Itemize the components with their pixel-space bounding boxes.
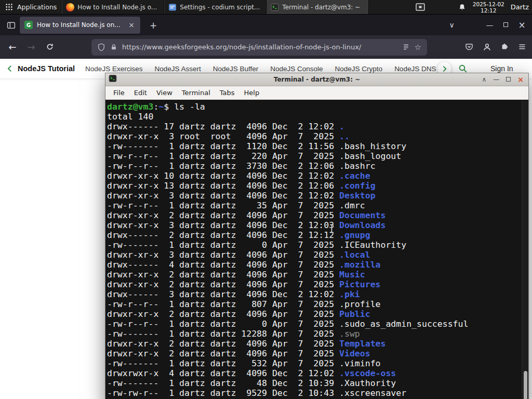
extensions-puzzle-icon[interactable] bbox=[496, 38, 513, 55]
minimize-button[interactable]: — bbox=[493, 76, 499, 83]
applications-icon bbox=[5, 3, 14, 11]
terminal-output-line: drwxr-xr-x 3 dartz dartz 4096 Dec 2 12:0… bbox=[107, 220, 522, 230]
file-meta: drwxrwxr-x 4 dartz dartz 4096 Dec 2 12:0… bbox=[107, 368, 339, 378]
file-name: .mozilla bbox=[339, 260, 380, 270]
taskbar-item-settings[interactable]: Settings - codium script... bbox=[164, 0, 267, 14]
terminal-output-line: drwx------ 3 dartz dartz 4096 Dec 2 12:0… bbox=[107, 289, 522, 299]
panel-user-label[interactable]: Dartz bbox=[511, 3, 529, 11]
terminal-output-line: -rw-r--r-- 1 dartz dartz 807 Apr 7 2025 … bbox=[107, 299, 522, 309]
browser-tab-active[interactable]: G How to Install Node.js on... × bbox=[20, 17, 140, 34]
file-name: Videos bbox=[339, 349, 370, 358]
back-button[interactable]: ← bbox=[4, 38, 21, 55]
browser-nav-toolbar: ← → https://www.geeksforgeeks.org/node-j… bbox=[0, 35, 532, 59]
terminal-output-line: drwx------ 2 dartz dartz 4096 Dec 2 12:1… bbox=[107, 230, 522, 240]
file-name: .pki bbox=[339, 289, 360, 299]
firefox-view-icon bbox=[7, 21, 16, 30]
site-nav-link[interactable]: NodeJS Console bbox=[270, 65, 323, 73]
tab-title: How to Install Node.js on... bbox=[37, 21, 123, 29]
scrollbar-thumb[interactable] bbox=[524, 371, 527, 399]
terminal-output-line: drwxr-xr-x 2 dartz dartz 4096 Apr 7 2025… bbox=[107, 210, 522, 220]
list-all-tabs-button[interactable]: ∨ bbox=[444, 17, 460, 32]
site-nav-link[interactable]: NodeJS Assert bbox=[154, 65, 201, 73]
taskbar-item-label: How to Install Node.js o... bbox=[77, 4, 157, 11]
systray-window-icon[interactable] bbox=[415, 3, 426, 12]
terminal-menu-item[interactable]: Tabs bbox=[215, 89, 240, 97]
terminal-output-line: -rw-r--r-- 1 dartz dartz 35 Apr 7 2025 .… bbox=[107, 201, 522, 210]
pocket-icon[interactable] bbox=[460, 38, 478, 55]
notifications-bell-icon[interactable] bbox=[458, 3, 467, 11]
terminal-window: Terminal - dartz@vm3: ~ ∧ — × FileEditVi… bbox=[105, 73, 529, 399]
clock-time: 12:12 bbox=[481, 7, 496, 14]
file-meta: -rw------- 1 dartz dartz 48 Dec 2 10:39 bbox=[107, 378, 339, 388]
nav-scroll-left-icon[interactable] bbox=[6, 65, 14, 72]
file-meta: drwxr-xr-x 2 dartz dartz 4096 Apr 7 2025 bbox=[107, 309, 339, 319]
terminal-output-line: drwxr-xr-x 3 dartz dartz 4096 Apr 7 2025… bbox=[107, 250, 522, 260]
terminal-menu-item[interactable]: View bbox=[152, 89, 177, 97]
firefox-icon bbox=[66, 3, 74, 11]
file-name: .dmrc bbox=[339, 201, 365, 210]
lock-icon[interactable] bbox=[110, 43, 117, 51]
site-nav-link[interactable]: NodeJS Buffer bbox=[213, 65, 259, 73]
reader-mode-icon[interactable] bbox=[402, 43, 410, 51]
close-button[interactable]: × bbox=[517, 75, 524, 84]
file-meta: -rw-r--r-- 1 dartz dartz 0 Apr 7 2025 bbox=[107, 319, 339, 329]
close-button[interactable]: × bbox=[514, 17, 530, 32]
settings-window-icon bbox=[168, 3, 177, 11]
terminal-output-line: -rw-r--r-- 1 dartz dartz 3730 Dec 2 12:0… bbox=[107, 161, 522, 171]
terminal-output[interactable]: dartz@vm3:~$ ls -la total 140 drwx------… bbox=[105, 101, 522, 399]
file-name: .Xauthority bbox=[339, 378, 396, 388]
file-name: .config bbox=[339, 181, 376, 191]
taskbar-item-browser[interactable]: How to Install Node.js o... bbox=[62, 0, 164, 14]
applications-label: Applications bbox=[17, 3, 57, 11]
shade-button[interactable]: ∧ bbox=[482, 76, 486, 83]
firefox-view-button[interactable] bbox=[4, 18, 18, 32]
file-name: .profile bbox=[339, 299, 380, 309]
tracking-shield-icon[interactable] bbox=[97, 43, 105, 51]
terminal-menu-item[interactable]: Edit bbox=[129, 89, 152, 97]
applications-menu-button[interactable]: Applications bbox=[0, 0, 62, 14]
top-panel: Applications How to Install Node.js o...… bbox=[0, 0, 532, 15]
mouse-cursor bbox=[329, 224, 335, 235]
site-nav-links: NodeJS ExercisesNodeJS AssertNodeJS Buff… bbox=[85, 65, 450, 73]
terminal-output-line: -rw-rw-r-- 1 dartz dartz 9529 Dec 2 10:4… bbox=[107, 388, 522, 398]
file-meta: -rw------- 1 dartz dartz 1120 Dec 2 11:5… bbox=[107, 141, 339, 151]
menu-hamburger-icon[interactable] bbox=[513, 38, 531, 55]
taskbar-item-terminal[interactable]: Terminal - dartz@vm3: ~ bbox=[267, 0, 369, 14]
browser-tab-bar: G How to Install Node.js on... × + ∨ — × bbox=[0, 15, 532, 35]
file-meta: drwxr-xr-x 2 dartz dartz 4096 Apr 7 2025 bbox=[107, 349, 339, 358]
maximize-button[interactable] bbox=[506, 76, 511, 83]
file-meta: drwxr-xr-x 3 dartz dartz 4096 Dec 2 12:0… bbox=[107, 220, 339, 230]
terminal-output-line: drwxr-xr-x 2 dartz dartz 4096 Apr 7 2025… bbox=[107, 339, 522, 349]
bookmark-star-icon[interactable]: ☆ bbox=[415, 43, 421, 52]
terminal-output-line: drwxr-xr-x 2 dartz dartz 4096 Apr 7 2025… bbox=[107, 309, 522, 319]
minimize-button[interactable]: — bbox=[482, 17, 498, 32]
terminal-output-line: drwxr-xr-x 13 dartz dartz 4096 Dec 2 12:… bbox=[107, 181, 522, 191]
account-icon[interactable] bbox=[478, 38, 496, 55]
forward-button[interactable]: → bbox=[23, 38, 39, 55]
terminal-output-line: -rw------- 1 dartz dartz 12288 Apr 7 202… bbox=[107, 329, 522, 339]
reload-button[interactable] bbox=[42, 38, 58, 55]
url-bar[interactable]: https://www.geeksforgeeks.org/node-js/in… bbox=[91, 39, 427, 56]
file-meta: -rw-r--r-- 1 dartz dartz 3730 Dec 2 12:0… bbox=[107, 161, 339, 171]
terminal-menu-item[interactable]: Terminal bbox=[177, 89, 215, 97]
terminal-menu-item[interactable]: File bbox=[109, 89, 129, 97]
terminal-menu-item[interactable]: Help bbox=[240, 89, 264, 97]
terminal-scrollbar[interactable] bbox=[522, 101, 528, 399]
sign-in-button[interactable]: Sign In bbox=[490, 64, 513, 73]
terminal-output-line: drwx------ 17 dartz dartz 4096 Dec 2 12:… bbox=[107, 122, 522, 131]
terminal-listing: drwx------ 17 dartz dartz 4096 Dec 2 12:… bbox=[107, 122, 522, 398]
new-tab-button[interactable]: + bbox=[147, 19, 160, 32]
site-nav-link[interactable]: NodeJS DNS bbox=[394, 65, 436, 73]
url-text[interactable]: https://www.geeksforgeeks.org/node-js/in… bbox=[122, 43, 397, 51]
file-meta: -rw------- 1 dartz dartz 12288 Apr 7 202… bbox=[107, 329, 339, 339]
maximize-button[interactable] bbox=[498, 17, 514, 32]
site-nav-link[interactable]: NodeJS Exercises bbox=[85, 65, 142, 73]
site-nav-primary-link[interactable]: NodeJS Tutorial bbox=[18, 64, 75, 73]
file-meta: -rw-r--r-- 1 dartz dartz 807 Apr 7 2025 bbox=[107, 299, 339, 309]
panel-clock[interactable]: 2025-12-02 12:12 bbox=[473, 1, 504, 14]
site-nav-link[interactable]: NodeJS Crypto bbox=[335, 65, 383, 73]
tab-close-icon[interactable]: × bbox=[127, 21, 136, 29]
terminal-output-line: drwx------ 4 dartz dartz 4096 Apr 7 2025… bbox=[107, 260, 522, 270]
terminal-total-line: total 140 bbox=[107, 112, 522, 122]
terminal-title-bar[interactable]: Terminal - dartz@vm3: ~ ∧ — × bbox=[105, 73, 528, 86]
